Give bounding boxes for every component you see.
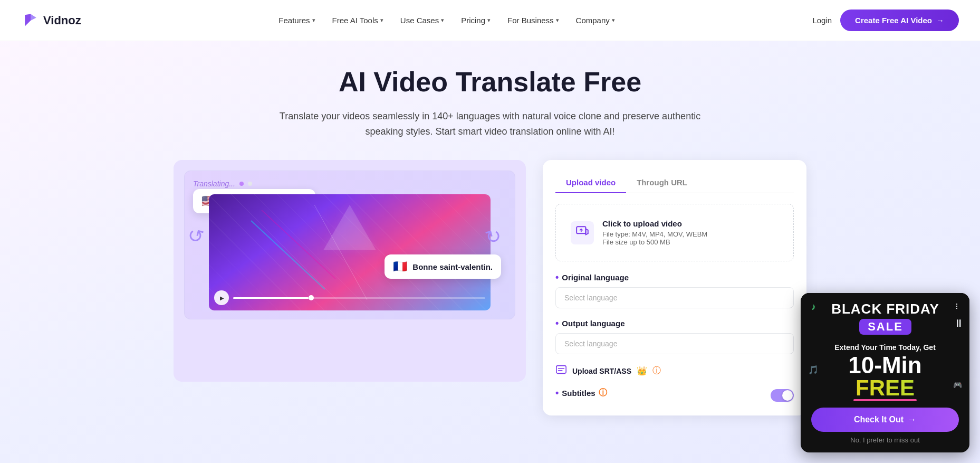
arrow-icon: → [936,16,944,25]
tab-through-url[interactable]: Through URL [626,173,698,193]
nav-item-use-cases[interactable]: Use Cases ▾ [393,12,451,29]
svg-line-0 [251,221,325,289]
login-button[interactable]: Login [812,16,832,25]
info-icon[interactable]: ⓘ [652,365,661,376]
video-demo-inner: Translating... 🇺🇸 Happy Valentine's Day. [184,171,515,319]
srt-icon [555,364,567,378]
bullet-icon: • [555,388,559,399]
bf-no-thanks[interactable]: No, I prefer to miss out [811,436,959,444]
tab-upload-video[interactable]: Upload video [555,173,626,193]
bars-icon: ⫶ [955,301,959,311]
chevron-down-icon: ▾ [441,17,444,24]
page-title: AI Video Translate Free [21,67,959,98]
nav-item-pricing[interactable]: Pricing ▾ [454,12,498,29]
nav-links: Features ▾ Free AI Tools ▾ Use Cases ▾ P… [271,12,622,29]
video-demo-panel: Translating... 🇺🇸 Happy Valentine's Day. [174,160,526,382]
logo[interactable]: Vidnoz [21,11,81,30]
output-language-label: • Output language [555,318,794,329]
bf-main-title: BLACK FRIDAY [816,301,955,317]
dot2-icon [248,182,252,186]
create-free-ai-video-button[interactable]: Create Free AI Video → [840,10,959,31]
hero-content: Translating... 🇺🇸 Happy Valentine's Day. [174,160,806,415]
upload-icon-wrapper [571,221,594,244]
nav-item-features[interactable]: Features ▾ [271,12,322,29]
subtitles-label: • Subtitles ⓘ [555,388,607,399]
dot-icon [239,182,244,186]
bullet-icon: • [555,272,559,283]
music-note-icon: ♪ [811,301,816,313]
bf-body: Extend Your Time Today, Get 10-Min FREE … [801,337,969,452]
chevron-down-icon: ▾ [556,17,559,24]
check-it-out-button[interactable]: Check It Out → [811,408,959,432]
progress-dot [309,295,314,300]
upload-panel: Upload video Through URL [543,160,806,415]
upload-size-limit: File size up to 500 MB [602,238,707,246]
chevron-down-icon: ▾ [612,17,615,24]
progress-bar[interactable] [233,297,485,299]
upload-title: Click to upload video [602,219,707,228]
play-icon: ▶ [220,295,224,301]
svg-line-1 [262,210,335,279]
nav-item-company[interactable]: Company ▾ [569,12,622,29]
deco-bars2-icon: ⏸ [954,317,964,329]
fr-flag-icon: 🇫🇷 [393,260,407,273]
original-language-select[interactable]: Select language [555,287,794,308]
bf-sale-badge: SALE [859,319,911,335]
panel-tabs: Upload video Through URL [555,173,794,193]
bf-extend-text: Extend Your Time Today, Get [811,343,959,352]
bf-header: ♪ BLACK FRIDAY SALE ⫶ [801,293,969,337]
upload-icon [575,224,589,241]
logo-text: Vidnoz [43,14,81,27]
original-language-label: • Original language [555,272,794,283]
speech-bubble-fr: 🇫🇷 Bonne saint-valentin. [385,254,501,279]
svg-rect-4 [556,366,566,374]
upload-srt-row: Upload SRT/ASS 👑 ⓘ [555,364,794,378]
chevron-down-icon: ▾ [487,17,491,24]
video-controls: ▶ [214,290,485,305]
bf-title-wrap: BLACK FRIDAY SALE [816,301,955,337]
nav-item-for-business[interactable]: For Business ▾ [500,12,566,29]
bullet-icon: • [555,318,559,329]
bf-min-text: 10-Min [848,354,921,377]
navbar: Vidnoz Features ▾ Free AI Tools ▾ Use Ca… [0,0,980,41]
srt-label[interactable]: Upload SRT/ASS [572,367,631,375]
hero-subtitle: Translate your videos seamlessly in 140+… [274,109,706,139]
subtitles-row: • Subtitles ⓘ [555,388,794,403]
nav-actions: Login Create Free AI Video → [812,10,959,31]
output-language-select[interactable]: Select language [555,333,794,354]
subtitles-info-icon[interactable]: ⓘ [599,388,607,399]
arrow-left-icon: ↺ [185,223,206,249]
toggle-knob [782,390,793,401]
logo-icon [21,11,40,30]
crown-icon: 👑 [637,366,647,376]
deco-music-icon: 🎵 [808,365,819,375]
arrow-icon: → [908,415,916,424]
svg-line-2 [314,205,367,300]
upload-dropzone[interactable]: Click to upload video File type: M4V, MP… [555,204,794,261]
nav-item-free-ai-tools[interactable]: Free AI Tools ▾ [325,12,391,29]
black-friday-popup: ♪ BLACK FRIDAY SALE ⫶ Extend Your Time T… [801,293,969,452]
upload-text: Click to upload video File type: M4V, MP… [602,219,707,246]
deco-game-icon: 🎮 [953,381,962,389]
bf-min-display: 10-Min [811,354,959,377]
video-frame: ▶ [209,194,491,310]
chevron-down-icon: ▾ [380,17,383,24]
upload-file-types: File type: M4V, MP4, MOV, WEBM [602,230,707,238]
translating-label: Translating... [193,179,506,188]
play-button[interactable]: ▶ [214,290,229,305]
progress-fill [233,297,309,299]
chevron-down-icon: ▾ [312,17,315,24]
subtitles-toggle[interactable] [771,389,794,402]
bf-free-text: FREE [811,377,959,399]
